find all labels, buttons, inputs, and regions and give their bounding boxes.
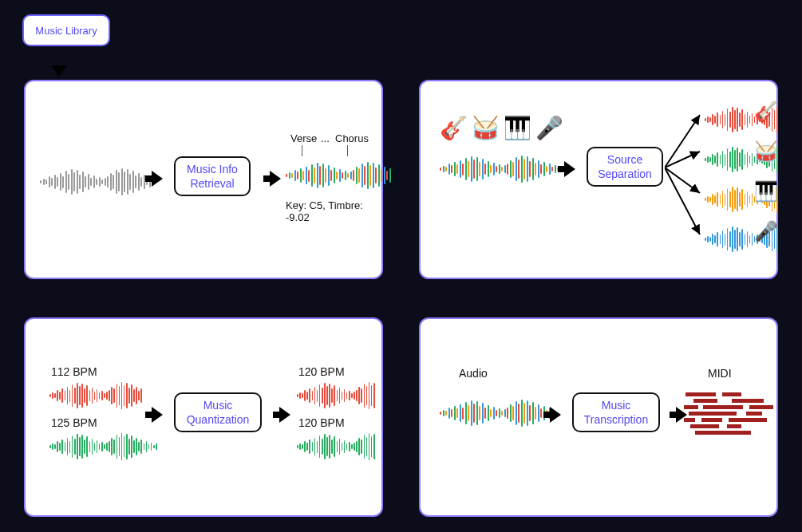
output-waveform-icon (286, 161, 391, 190)
arrow-icon (270, 171, 281, 187)
input-waveform-2-icon (49, 432, 157, 461)
chorus-label: Chorus (335, 132, 369, 144)
tick-icon (347, 145, 348, 156)
output-waveform-2-icon (297, 432, 375, 461)
flow-arrow-icon (792, 174, 802, 190)
mic-icon: 🎤 (535, 115, 559, 141)
music-library-label: Music Library (35, 25, 97, 37)
drums-icon: 🥁 (754, 140, 778, 163)
music-transcription-box: Music Transcription (572, 392, 660, 432)
keyboard-icon: 🎹 (504, 115, 527, 141)
source-separation-box: Source Separation (587, 147, 663, 187)
arrow-icon (564, 161, 575, 177)
drums-icon: 🥁 (472, 115, 496, 141)
card-music-info-retrieval: Music Info Retrieval Verse ... Chorus Ke… (24, 80, 383, 279)
card-music-quantization: 112 BPM 125 BPM Music Quantization 120 B… (24, 317, 383, 517)
audio-waveform-icon (440, 399, 551, 428)
mixed-waveform-icon (440, 155, 562, 183)
flow-arrow-icon (397, 174, 409, 190)
svg-line-2 (665, 167, 700, 193)
arrow-icon (152, 171, 163, 187)
arrow-icon (152, 407, 163, 423)
input-waveform-1-icon (49, 381, 142, 410)
instrument-icon-row: 🎸 🥁 🎹 🎤 (440, 115, 559, 141)
verse-label: Verse (290, 132, 317, 144)
audio-label: Audio (459, 367, 488, 380)
svg-line-3 (665, 167, 700, 234)
flow-arrow-icon (397, 411, 409, 427)
input-waveform-icon (40, 167, 151, 196)
fanout-arrows-icon (665, 97, 705, 249)
music-library-box: Music Library (22, 14, 110, 46)
music-quantization-box: Music Quantization (174, 392, 262, 432)
down-arrow-icon (56, 56, 67, 77)
key-timbre-label: Key: C5, Timbre: -9.02 (286, 199, 381, 223)
card-music-transcription: Audio Music Transcription MIDI (419, 317, 778, 517)
output-waveform-1-icon (297, 381, 375, 410)
arrow-icon (279, 407, 290, 423)
music-info-retrieval-box: Music Info Retrieval (174, 156, 251, 196)
mic-icon: 🎤 (754, 220, 778, 242)
guitar-icon: 🎸 (754, 100, 778, 123)
ellipsis-label: ... (321, 132, 330, 144)
arrow-icon (550, 407, 561, 423)
midi-pianoroll-icon (684, 389, 780, 437)
input-bpm-2: 125 BPM (51, 416, 97, 429)
tick-icon (302, 145, 302, 156)
keyboard-icon: 🎹 (754, 180, 778, 203)
guitar-icon: 🎸 (440, 115, 464, 141)
input-bpm-1: 112 BPM (51, 365, 97, 378)
output-bpm-2: 120 BPM (298, 416, 345, 429)
midi-label: MIDI (708, 367, 732, 380)
card-source-separation: 🎸 🥁 🎹 🎤 Source Separation 🎸 🥁 🎹 🎤 (419, 80, 778, 279)
output-bpm-1: 120 BPM (298, 365, 345, 378)
